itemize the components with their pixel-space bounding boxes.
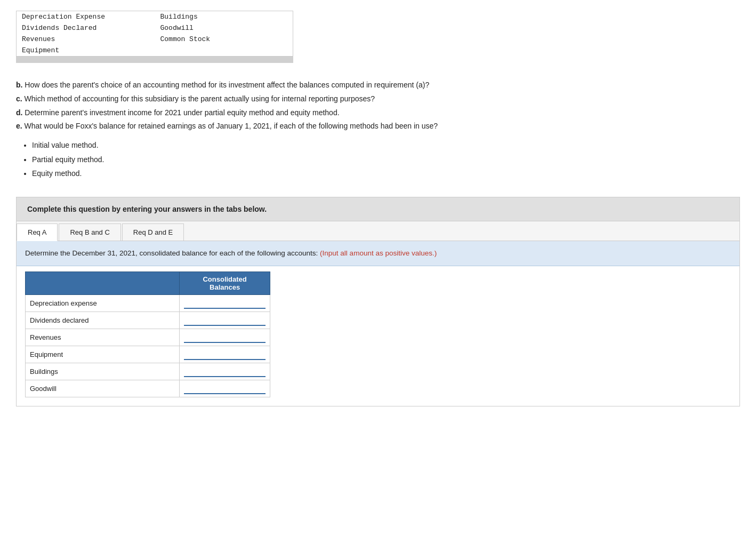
- scrollbar[interactable]: [16, 57, 293, 63]
- balance-input-cell[interactable]: [180, 380, 270, 397]
- table-row: Dividends DeclaredGoodwill: [17, 22, 293, 34]
- table-row: Buildings: [26, 363, 270, 380]
- methods-list: Initial value method.Partial equity meth…: [32, 138, 740, 181]
- account-col2: Buildings: [155, 11, 293, 23]
- tab-content: Determine the December 31, 2021, consoli…: [17, 241, 739, 406]
- complete-banner: Complete this question by entering your …: [16, 197, 740, 221]
- consolidated-balances-header: ConsolidatedBalances: [180, 272, 270, 294]
- question-b: b. How does the parent's choice of an ac…: [16, 79, 740, 92]
- consolidated-balances-table: ConsolidatedBalances Depreciation expens…: [25, 272, 270, 397]
- balance-input-cell[interactable]: [180, 312, 270, 329]
- table-row: Depreciation ExpenseBuildings: [17, 11, 293, 23]
- list-item: Equity method.: [32, 166, 740, 181]
- account-label: Goodwill: [26, 380, 180, 397]
- table-row: Equipment: [26, 346, 270, 363]
- tabs-row: Req AReq B and CReq D and E: [17, 221, 739, 241]
- table-row: Equipment: [17, 45, 293, 57]
- account-col1: Revenues: [17, 34, 155, 45]
- account-label: Dividends declared: [26, 312, 180, 329]
- account-label: Buildings: [26, 363, 180, 380]
- balance-input[interactable]: [184, 332, 266, 343]
- balance-input-cell[interactable]: [180, 329, 270, 346]
- table-row: RevenuesCommon Stock: [17, 34, 293, 45]
- accounts-list-table: Depreciation ExpenseBuildingsDividends D…: [16, 11, 293, 57]
- account-col1: Equipment: [17, 45, 155, 57]
- balance-input[interactable]: [184, 315, 266, 326]
- balance-input[interactable]: [184, 366, 266, 377]
- top-table-section: Depreciation ExpenseBuildingsDividends D…: [16, 11, 740, 63]
- tab-req-d-and-e[interactable]: Req D and E: [122, 223, 184, 241]
- question-c: c. Which method of accounting for this s…: [16, 93, 740, 106]
- account-col1: Depreciation Expense: [17, 11, 155, 23]
- account-label: Depreciation expense: [26, 294, 180, 312]
- balance-input[interactable]: [184, 298, 266, 309]
- list-item: Initial value method.: [32, 138, 740, 153]
- table-row: Depreciation expense: [26, 294, 270, 312]
- data-table-wrapper: ConsolidatedBalances Depreciation expens…: [17, 266, 739, 406]
- list-item: Partial equity method.: [32, 153, 740, 167]
- tab-req-a[interactable]: Req A: [17, 223, 58, 241]
- instruction-bar: Determine the December 31, 2021, consoli…: [17, 241, 739, 266]
- balance-input-cell[interactable]: [180, 294, 270, 312]
- account-col2: [155, 45, 293, 57]
- account-label: Revenues: [26, 329, 180, 346]
- question-section: b. How does the parent's choice of an ac…: [16, 79, 740, 181]
- table-row: Revenues: [26, 329, 270, 346]
- tabs-wrapper: Req AReq B and CReq D and E Determine th…: [16, 221, 740, 406]
- question-d: d. Determine parent's investment income …: [16, 107, 740, 119]
- balance-input[interactable]: [184, 383, 266, 394]
- tab-req-b-and-c[interactable]: Req B and C: [59, 223, 120, 241]
- balance-input[interactable]: [184, 349, 266, 360]
- table-row: Dividends declared: [26, 312, 270, 329]
- question-e: e. What would be Foxx's balance for reta…: [16, 120, 740, 133]
- empty-column-header: [26, 272, 180, 294]
- account-col1: Dividends Declared: [17, 22, 155, 34]
- table-row: Goodwill: [26, 380, 270, 397]
- balance-input-cell[interactable]: [180, 346, 270, 363]
- balance-input-cell[interactable]: [180, 363, 270, 380]
- account-col2: Common Stock: [155, 34, 293, 45]
- account-col2: Goodwill: [155, 22, 293, 34]
- account-label: Equipment: [26, 346, 180, 363]
